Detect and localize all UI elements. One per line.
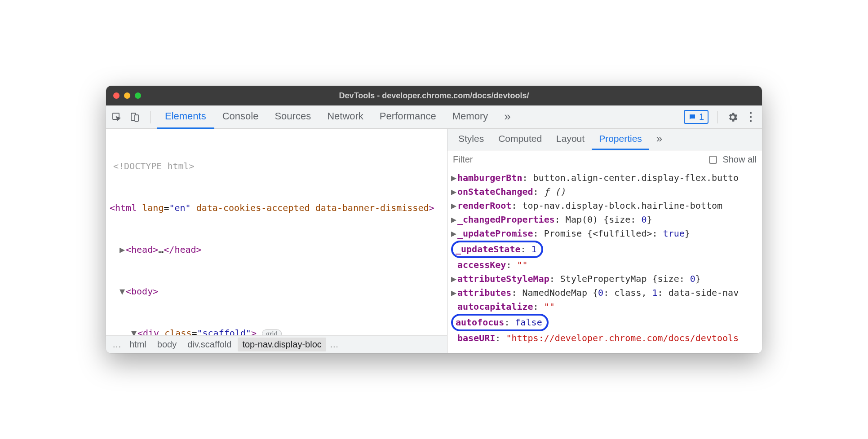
highlight-autofocus: autofocus: false bbox=[451, 314, 549, 331]
filter-input[interactable] bbox=[453, 154, 704, 165]
side-tab-properties[interactable]: Properties bbox=[592, 129, 649, 150]
titlebar: DevTools - developer.chrome.com/docs/dev… bbox=[106, 86, 762, 105]
grid-badge[interactable]: grid bbox=[262, 329, 282, 335]
highlight-updatestate: _updateState: 1 bbox=[451, 241, 543, 258]
svg-rect-2 bbox=[135, 115, 138, 121]
main-toolbar: Elements Console Sources Network Perform… bbox=[106, 105, 762, 129]
inspect-icon[interactable] bbox=[111, 112, 122, 123]
tab-sources[interactable]: Sources bbox=[266, 105, 319, 129]
properties-list[interactable]: ▶hamburgerBtn: button.align-center.displ… bbox=[447, 169, 762, 353]
divider bbox=[717, 111, 718, 123]
side-panel: Styles Computed Layout Properties » Show… bbox=[447, 129, 762, 353]
settings-icon[interactable] bbox=[727, 111, 739, 123]
window-title: DevTools - developer.chrome.com/docs/dev… bbox=[106, 91, 762, 101]
fullscreen-icon[interactable] bbox=[135, 92, 141, 99]
close-icon[interactable] bbox=[113, 92, 120, 99]
more-icon[interactable]: ⋮ bbox=[745, 110, 757, 124]
doctype: <!DOCTYPE html> bbox=[113, 161, 195, 171]
tabs-overflow-icon[interactable]: » bbox=[496, 105, 518, 129]
main-content: <!DOCTYPE html> <html lang="en" data-coo… bbox=[106, 129, 762, 353]
filter-row: Show all bbox=[447, 150, 762, 169]
side-tab-computed[interactable]: Computed bbox=[491, 129, 549, 150]
tab-network[interactable]: Network bbox=[319, 105, 372, 129]
crumb-overflow-right[interactable]: … bbox=[328, 339, 341, 350]
tab-memory[interactable]: Memory bbox=[444, 105, 496, 129]
side-tabs: Styles Computed Layout Properties » bbox=[447, 129, 762, 150]
tab-performance[interactable]: Performance bbox=[372, 105, 444, 129]
device-toolbar-icon[interactable] bbox=[129, 112, 140, 123]
show-all-label: Show all bbox=[722, 154, 757, 165]
devtools-window: DevTools - developer.chrome.com/docs/dev… bbox=[106, 86, 762, 353]
crumb-topnav[interactable]: top-nav.display-bloc bbox=[238, 338, 326, 351]
tab-console[interactable]: Console bbox=[214, 105, 267, 129]
side-tab-styles[interactable]: Styles bbox=[451, 129, 491, 150]
main-tabs: Elements Console Sources Network Perform… bbox=[157, 105, 519, 129]
issues-badge[interactable]: 1 bbox=[684, 110, 709, 124]
window-controls bbox=[113, 92, 141, 99]
crumb-html[interactable]: html bbox=[125, 338, 151, 351]
crumb-body[interactable]: body bbox=[153, 338, 181, 351]
show-all-checkbox[interactable] bbox=[709, 156, 717, 164]
side-tabs-overflow-icon[interactable]: » bbox=[649, 129, 669, 150]
divider bbox=[150, 111, 151, 123]
minimize-icon[interactable] bbox=[124, 92, 130, 99]
issues-count: 1 bbox=[699, 112, 704, 122]
crumb-scaffold[interactable]: div.scaffold bbox=[183, 338, 236, 351]
side-tab-layout[interactable]: Layout bbox=[549, 129, 592, 150]
breadcrumb: … html body div.scaffold top-nav.display… bbox=[106, 335, 447, 353]
tab-elements[interactable]: Elements bbox=[157, 105, 214, 129]
crumb-overflow-left[interactable]: … bbox=[111, 339, 123, 350]
dom-panel: <!DOCTYPE html> <html lang="en" data-coo… bbox=[106, 129, 447, 353]
dom-tree[interactable]: <!DOCTYPE html> <html lang="en" data-coo… bbox=[106, 129, 447, 335]
